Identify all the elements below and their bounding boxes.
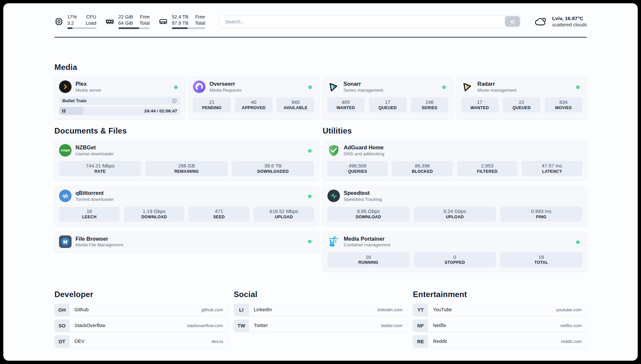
utilities-column: Utilities (323, 126, 587, 271)
stat-label: QUEUED (379, 106, 397, 110)
bookmark-url: twitter.com (381, 323, 403, 328)
stat-label: MOVIES (555, 106, 572, 110)
status-dot-online (576, 240, 580, 244)
bookmark-name: LinkedIn (254, 307, 272, 312)
weather-condition: scattered clouds (552, 22, 587, 28)
stat-value: 485 (342, 100, 350, 105)
bookmark-stackoverflow[interactable]: SO StackOverflow stackoverflow.com (54, 319, 229, 332)
nzbget-icon-text: nzbget (61, 149, 70, 152)
playback-time: 24:44 / 02:06:47 (144, 108, 177, 113)
bookmark-url: linkedin.com (378, 307, 402, 312)
app-desc: Media Requests (209, 87, 242, 93)
app-title: Overseerr (209, 80, 242, 87)
speedtest-icon (327, 190, 340, 202)
app-desc: DNS and adblocking (344, 151, 384, 157)
app-card-speedtest[interactable]: Speedtest Speedtest Tracking 9.65 Gbps D… (323, 186, 587, 226)
bookmark-dev[interactable]: DT DEV dev.to (54, 335, 229, 348)
cloud-icon (534, 16, 548, 27)
stat-box: 22 QUEUED (503, 97, 540, 112)
stat-box: 945 AVAILABLE (277, 97, 314, 112)
bookmark-url: netflix.com (560, 323, 582, 328)
bookmark-name: Github (75, 307, 89, 312)
app-card-adguard[interactable]: AdGuard Home DNS and adblocking 498,508 … (323, 140, 587, 180)
bookmark-abbr: NF (413, 319, 428, 332)
app-card-qbittorrent[interactable]: qb qBittorrent Torrent downloader 16 LEE… (54, 186, 319, 226)
weather-location-temp: Lviv, 16.87°C (552, 15, 587, 22)
stat-box: 1.19 Gbps DOWNLOAD (124, 207, 185, 222)
bookmark-youtube[interactable]: YT YouTube youtube.com (413, 304, 587, 316)
stat-value: 39.6 TB (264, 163, 282, 169)
bookmark-abbr: LI (234, 304, 249, 316)
stat-label: PING (536, 215, 547, 220)
stat-label: WANTED (337, 106, 355, 110)
bookmark-netflix[interactable]: NF Netflix netflix.com (413, 319, 587, 332)
bookmark-name: YouTube (433, 307, 452, 312)
app-desc: Speedtest Tracking (344, 197, 382, 202)
stat-value: 2,953 (481, 163, 494, 169)
stat-label: TOTAL (534, 260, 548, 265)
app-card-nzbget[interactable]: nzbget NZBGet Usenet downloader 744.21 M… (54, 140, 319, 180)
bookmark-url: dev.to (211, 339, 223, 344)
stat-box: 744.21 Mbps RATE (59, 161, 141, 176)
bookmark-name: Twitter (254, 323, 268, 328)
section-title-media: Media (54, 63, 587, 72)
stat-box: 0 STOPPED (414, 252, 496, 267)
stat-box: 196 SERIES (411, 97, 448, 112)
qbittorrent-icon-text: qb (62, 193, 68, 198)
bookmark-reddit[interactable]: RE Reddit reddit.com (413, 335, 587, 348)
stat-box: 485 WANTED (327, 97, 365, 112)
stat-label: QUERIES (348, 169, 367, 174)
search-box: G (219, 15, 521, 28)
stat-label: RUNNING (358, 260, 378, 265)
app-card-portainer[interactable]: Media Portainer Container management 16 … (323, 231, 587, 271)
section-title-documents: Documents & Files (54, 126, 319, 136)
stat-label: APPROVED (242, 106, 266, 110)
stat-value: 471 (215, 209, 223, 214)
cpu-progress-bar (67, 27, 96, 29)
app-title: Sonarr (344, 80, 383, 87)
stat-label: BLOCKED (412, 169, 433, 174)
stat-value: 16 (86, 209, 92, 214)
stat-label: FILTERED (477, 169, 498, 174)
app-card-filebrowser[interactable]: File Browser Media File Management (54, 231, 319, 252)
app-title: Media Portainer (344, 235, 390, 242)
stat-value: 21 (209, 100, 215, 105)
bookmark-abbr: DT (54, 335, 70, 348)
bookmark-github[interactable]: GH Github github.com (54, 304, 229, 316)
disk-icon (159, 17, 168, 26)
app-title: qBittorrent (76, 190, 114, 197)
app-card-overseerr[interactable]: Overseerr Media Requests 21 PENDING 40 A… (188, 76, 319, 119)
search-engine-button[interactable]: G (505, 16, 520, 27)
app-card-radarr[interactable]: Radarr Movie management 17 WANTED 22 QUE… (456, 76, 587, 119)
bookmark-twitter[interactable]: TW Twitter twitter.com (234, 319, 408, 332)
status-dot-online (308, 149, 312, 153)
stat-label: UPLOAD (275, 215, 293, 220)
stat-value: 834 (559, 100, 567, 105)
stat-box: 16 TOTAL (500, 252, 582, 267)
bookmark-name: Netflix (433, 323, 446, 328)
nzbget-icon: nzbget (59, 144, 72, 157)
bookmark-linkedin[interactable]: LI LinkedIn linkedin.com (234, 304, 408, 316)
stat-label: DOWNLOAD (355, 215, 381, 220)
search-input[interactable] (220, 15, 504, 27)
stat-value: 17 (477, 100, 482, 105)
app-card-plex[interactable]: Plex Media server Bullet Train 24:44 / 0… (54, 76, 185, 119)
bookmark-abbr: SO (54, 319, 70, 332)
disk-total-label: Total (195, 20, 205, 26)
app-card-sonarr[interactable]: Sonarr Series management 485 WANTED 17 Q… (322, 76, 453, 119)
stat-label: PENDING (202, 106, 222, 110)
stat-value: 17 (385, 100, 390, 105)
stat-box: 16 LEECH (59, 207, 120, 222)
stat-label: WANTED (471, 106, 489, 110)
dashboard-page: 17% CPU 3.2 Load (3, 3, 638, 361)
app-title: NZBGet (76, 144, 114, 151)
section-title-entertainment: Entertainment (413, 290, 587, 299)
memory-total-value: 64 GiB (118, 20, 133, 26)
memory-free-value: 22 GiB (118, 14, 133, 20)
stat-box: 47.57 ms LATENCY (522, 161, 582, 176)
stat-value: 196 (425, 100, 434, 105)
radarr-icon (461, 80, 473, 93)
developer-column: Developer GH Github github.com SO StackO… (54, 290, 229, 348)
stat-value: 0.993 ms (531, 209, 552, 214)
stat-label: SEED (213, 215, 225, 220)
